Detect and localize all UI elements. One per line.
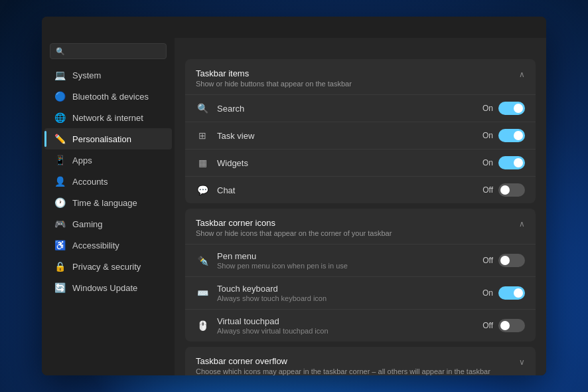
gaming-icon: 🎮 <box>54 218 66 230</box>
sidebar-item-label-network: Network & internet <box>72 113 143 123</box>
setting-status-pen-menu: Off <box>477 256 493 265</box>
setting-row-search: 🔍 Search On <box>185 94 536 122</box>
sidebar-item-privacy[interactable]: 🔒 Privacy & security <box>44 256 172 277</box>
setting-label-pen-menu: Pen menu Show pen menu icon when pen is … <box>217 251 469 270</box>
toggle-thumb-pen-menu <box>500 256 510 265</box>
update-icon: 🔄 <box>54 282 66 294</box>
toggle-thumb-widgets <box>514 158 523 167</box>
setting-label-virtual-touchpad: Virtual touchpad Always show virtual tou… <box>217 316 469 335</box>
chevron-taskbar-items: ∧ <box>519 70 525 79</box>
apps-icon: 📱 <box>54 154 66 166</box>
virtual-touchpad-icon: 🖱️ <box>196 319 209 332</box>
toggle-thumb-search <box>514 104 523 113</box>
setting-label-search: Search <box>217 104 469 114</box>
section-header-taskbar-corner-icons[interactable]: Taskbar corner icons Show or hide icons … <box>185 209 536 244</box>
toggle-pen-menu[interactable] <box>498 254 525 267</box>
bluetooth-icon: 🔵 <box>54 90 66 102</box>
chat-icon: 💬 <box>196 183 209 197</box>
setting-row-widgets: ▦ Widgets On <box>185 149 536 176</box>
setting-status-touch-keyboard: On <box>477 288 493 298</box>
main-panel: Taskbar items Show or hide buttons that … <box>175 38 546 375</box>
setting-label-chat: Chat <box>217 185 469 195</box>
setting-status-widgets: On <box>477 158 493 167</box>
setting-right-widgets: On <box>477 156 525 169</box>
personalisation-icon: ✏️ <box>54 133 66 145</box>
close-button[interactable] <box>508 17 538 38</box>
setting-right-virtual-touchpad: Off <box>477 319 525 332</box>
section-taskbar-corner-overflow: Taskbar corner overflow Choose which ico… <box>185 347 536 375</box>
sidebar-item-time[interactable]: 🕐 Time & language <box>44 192 172 213</box>
time-icon: 🕐 <box>54 197 66 209</box>
section-taskbar-corner-icons: Taskbar corner icons Show or hide icons … <box>185 209 536 342</box>
toggle-thumb-virtual-touchpad <box>500 321 510 330</box>
toggle-thumb-touch-keyboard <box>514 288 523 298</box>
touch-keyboard-icon: ⌨️ <box>196 286 209 300</box>
setting-right-pen-menu: Off <box>477 254 525 267</box>
setting-sublabel-pen-menu: Show pen menu icon when pen is in use <box>217 262 469 270</box>
maximize-button[interactable] <box>477 17 508 38</box>
setting-status-search: On <box>477 104 493 113</box>
toggle-touch-keyboard[interactable] <box>498 286 525 300</box>
toggle-taskview[interactable] <box>498 129 525 142</box>
sidebar-item-label-update: Windows Update <box>72 283 137 293</box>
settings-window: 🔍 💻 System 🔵 Bluetooth & devices 🌐 Netwo… <box>42 17 546 375</box>
sidebar-item-label-personalisation: Personalisation <box>72 134 131 144</box>
section-taskbar-items: Taskbar items Show or hide buttons that … <box>185 59 536 203</box>
section-header-taskbar-items[interactable]: Taskbar items Show or hide buttons that … <box>185 59 536 94</box>
setting-row-touch-keyboard: ⌨️ Touch keyboard Always show touch keyb… <box>185 276 536 309</box>
search-icon: 🔍 <box>196 102 209 115</box>
page-header <box>175 38 546 59</box>
toggle-virtual-touchpad[interactable] <box>498 319 525 332</box>
search-input[interactable] <box>69 47 169 56</box>
setting-label-widgets: Widgets <box>217 158 469 168</box>
section-title-taskbar-corner-overflow: Taskbar corner overflow <box>196 356 519 366</box>
accounts-icon: 👤 <box>54 175 66 187</box>
minimize-button[interactable] <box>447 17 477 38</box>
sidebar-item-personalisation[interactable]: ✏️ Personalisation <box>44 128 172 149</box>
section-header-taskbar-corner-overflow[interactable]: Taskbar corner overflow Choose which ico… <box>185 347 536 375</box>
section-subtitle-taskbar-corner-icons: Show or hide icons that appear on the co… <box>196 229 519 237</box>
toggle-thumb-taskview <box>514 131 523 140</box>
sidebar-item-label-bluetooth: Bluetooth & devices <box>72 92 149 102</box>
setting-right-search: On <box>477 102 525 115</box>
settings-content: Taskbar items Show or hide buttons that … <box>175 59 546 375</box>
network-icon: 🌐 <box>54 112 66 124</box>
setting-status-virtual-touchpad: Off <box>477 321 493 330</box>
titlebar <box>42 17 546 38</box>
setting-status-chat: Off <box>477 185 493 195</box>
sidebar-nav: 💻 System 🔵 Bluetooth & devices 🌐 Network… <box>42 64 175 298</box>
taskview-icon: ⊞ <box>196 129 209 142</box>
sidebar-item-accounts[interactable]: 👤 Accounts <box>44 171 172 192</box>
sidebar-item-label-system: System <box>72 70 101 80</box>
toggle-chat[interactable] <box>498 183 525 197</box>
toggle-search[interactable] <box>498 102 525 115</box>
setting-row-pen-menu: ✒️ Pen menu Show pen menu icon when pen … <box>185 244 536 276</box>
sidebar-item-update[interactable]: 🔄 Windows Update <box>44 277 172 298</box>
widgets-icon: ▦ <box>196 156 209 169</box>
sidebar-item-label-gaming: Gaming <box>72 219 103 229</box>
setting-status-taskview: On <box>477 131 493 140</box>
setting-row-virtual-touchpad: 🖱️ Virtual touchpad Always show virtual … <box>185 309 536 342</box>
sidebar-item-label-accessibility: Accessibility <box>72 241 119 250</box>
toggle-thumb-chat <box>500 185 510 195</box>
section-title-taskbar-corner-icons: Taskbar corner icons <box>196 218 519 228</box>
sidebar-item-network[interactable]: 🌐 Network & internet <box>44 107 172 128</box>
sidebar-item-apps[interactable]: 📱 Apps <box>44 149 172 171</box>
setting-right-taskview: On <box>477 129 525 142</box>
sidebar-item-gaming[interactable]: 🎮 Gaming <box>44 213 172 235</box>
titlebar-controls <box>447 17 538 38</box>
chevron-taskbar-corner-icons: ∧ <box>519 219 525 229</box>
system-icon: 💻 <box>54 69 66 81</box>
chevron-taskbar-corner-overflow: ∨ <box>519 357 525 367</box>
sidebar-item-accessibility[interactable]: ♿ Accessibility <box>44 235 172 256</box>
toggle-widgets[interactable] <box>498 156 525 169</box>
search-box[interactable]: 🔍 <box>50 43 167 59</box>
sidebar-item-bluetooth[interactable]: 🔵 Bluetooth & devices <box>44 86 172 107</box>
sidebar: 🔍 💻 System 🔵 Bluetooth & devices 🌐 Netwo… <box>42 38 175 375</box>
setting-sublabel-virtual-touchpad: Always show virtual touchpad icon <box>217 327 469 335</box>
sidebar-item-label-apps: Apps <box>72 155 92 165</box>
sidebar-item-label-time: Time & language <box>72 198 137 208</box>
setting-row-chat: 💬 Chat Off <box>185 176 536 203</box>
privacy-icon: 🔒 <box>54 260 66 272</box>
sidebar-item-system[interactable]: 💻 System <box>44 64 172 86</box>
